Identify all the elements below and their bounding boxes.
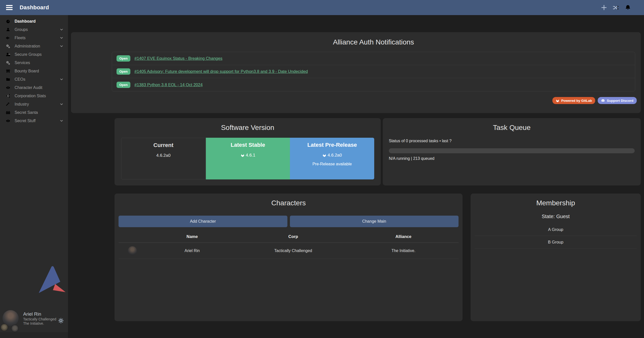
cogs-icon [6,44,11,49]
folder-icon [6,77,11,81]
characters-panel: Characters Add Character Change Main Nam… [115,194,463,321]
gauge-icon [6,19,11,24]
settings-gear-icon[interactable] [58,318,64,324]
character-name: Ariel Rin [146,249,238,253]
share-nodes-icon [6,94,11,98]
prerelease-note: Pre-Release available [290,162,374,166]
sidebar-item-secure-groups[interactable]: Secure Groups [0,50,68,59]
sidebar-item-groups[interactable]: Groups [0,25,68,34]
sidebar-item-industry[interactable]: Industry [0,100,68,108]
sidebar-item-label: Secret Stuff [15,119,35,123]
badge-label: Support Discord [607,99,633,103]
add-character-button[interactable]: Add Character [119,216,287,227]
table-row: Ariel Rin Tactically Challenged The Init… [119,243,459,259]
support-discord-badge[interactable]: Support Discord [598,97,637,104]
membership-title: Membership [475,199,637,207]
software-version-panel: Software Version Current 4.6.2a0 Latest … [115,118,381,185]
user-icon [6,27,11,32]
sidebar-item-label: Industry [15,102,29,107]
gitlab-icon [322,153,326,157]
sidebar-item-label: Corporation Stats [15,94,46,98]
notification-item: Open #1407 EVE Equinox Status - Breaking… [112,52,635,65]
add-character-icon[interactable] [601,5,607,10]
sidebar-item-label: Character Audit [15,85,42,90]
membership-state: State: Guest [475,214,637,219]
eye-icon [6,85,11,90]
version-prerelease-cell: Latest Pre-Release 4.6.2a0 Pre-Release a… [290,138,374,179]
notifications-title: Alliance Auth Notifications [112,38,635,46]
gitlab-icon [556,99,559,103]
version-cell-label: Current [121,142,206,149]
membership-groups-list: A Group B Group [475,223,637,249]
sidebar-item-dashboard[interactable]: Dashboard [0,17,68,25]
version-cell-label: Latest Stable [206,142,290,148]
sidebar-item-label: Groups [15,27,28,32]
sidebar-footer-strip [0,332,68,338]
group-list-item: B Group [475,236,637,249]
column-header-alliance: Alliance [348,234,459,239]
fighter-jet-icon [6,36,11,40]
sidebar-item-label: CEOs [15,77,25,82]
bell-notifications-icon[interactable] [625,5,631,11]
characters-title: Characters [119,199,459,207]
notifications-panel: Alliance Auth Notifications Open #1407 E… [71,32,641,113]
software-version-title: Software Version [121,124,375,132]
badge-label: Powered by GitLab [561,99,592,103]
corp-logo-badge [1,324,8,331]
sidebar-item-label: Bounty Board [15,69,39,73]
task-queue-progressbar [389,148,635,153]
notification-link[interactable]: #1383 Python 3.8 EOL - 14 Oct 2024 [134,82,203,87]
alliance-auth-logo [38,264,66,295]
page-title: Dashboard [20,4,49,11]
change-main-shuffle-icon[interactable] [613,5,619,11]
hamburger-menu-icon[interactable] [6,5,13,10]
notification-link[interactable]: #1405 Advisory: Future development will … [134,69,308,74]
character-portrait [128,246,137,255]
status-badge: Open [117,82,130,88]
status-badge: Open [117,55,130,62]
notifications-list: Open #1407 EVE Equinox Status - Breaking… [112,52,635,91]
chevron-down-icon[interactable] [60,28,63,31]
gitlab-icon [241,153,245,157]
user-panel: Ariel Rin Tactically Challenged The Init… [0,309,68,332]
task-queue-status: Status of 0 processed tasks • last ? [389,139,635,143]
character-alliance: The Initiative. [348,249,459,253]
membership-panel: Membership State: Guest A Group B Group [471,194,641,321]
chevron-down-icon[interactable] [60,102,63,106]
task-queue-title: Task Queue [389,124,635,132]
sidebar-item-secret-santa[interactable]: Secret Santa [0,108,68,117]
sidebar-item-ceos[interactable]: CEOs [0,75,68,83]
character-corp: Tactically Challenged [238,249,348,253]
sidebar-item-character-audit[interactable]: Character Audit [0,83,68,92]
sidebar-item-services[interactable]: Services [0,59,68,67]
version-value: 4.6.2a0 [328,153,342,158]
version-current-cell: Current 4.6.2a0 [121,138,206,179]
column-header-corp: Corp [238,234,348,239]
chevron-down-icon[interactable] [60,36,63,40]
chevron-down-icon[interactable] [60,44,63,48]
sidebar-item-label: Secure Groups [15,52,42,57]
user-lock-icon [6,52,11,57]
sidebar-item-secret-stuff[interactable]: Secret Stuff [0,117,68,125]
sidebar-item-administration[interactable]: Administration [0,42,68,50]
task-queue-summary: N/A running | 213 queued [389,156,635,161]
powered-by-gitlab-badge[interactable]: Powered by GitLab [552,97,595,104]
cogs-icon [6,61,11,65]
chevron-down-icon[interactable] [60,119,63,123]
sidebar-item-bounty-board[interactable]: Bounty Board [0,67,68,75]
main-content: Alliance Auth Notifications Open #1407 E… [68,15,644,338]
sidebar-item-label: Dashboard [15,19,36,24]
chevron-down-icon[interactable] [60,77,63,81]
group-list-item: A Group [475,223,637,236]
change-main-button[interactable]: Change Main [290,216,459,227]
sidebar-item-fleets[interactable]: Fleets [0,34,68,42]
hammer-icon [6,102,11,106]
sidebar: Dashboard Groups Fleets Administration S… [0,15,68,338]
eye-icon [6,119,11,123]
user-name: Ariel Rin [23,311,64,317]
sidebar-item-corporation-stats[interactable]: Corporation Stats [0,92,68,100]
version-cell-label: Latest Pre-Release [290,142,374,148]
notification-item: Open #1383 Python 3.8 EOL - 14 Oct 2024 [112,78,635,91]
notification-link[interactable]: #1407 EVE Equinox Status - Breaking Chan… [134,56,222,61]
sidebar-item-label: Secret Santa [15,110,38,115]
